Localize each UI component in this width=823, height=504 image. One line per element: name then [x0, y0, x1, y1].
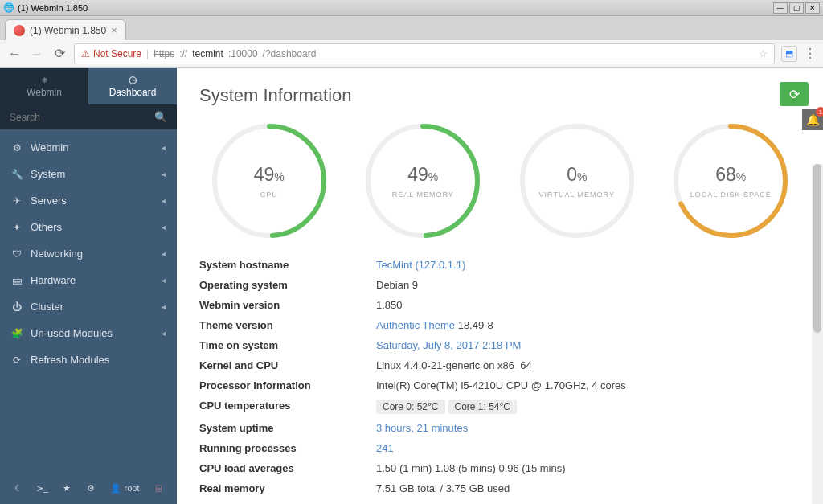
os-window-title: (1) Webmin 1.850 [18, 3, 88, 13]
sidebar-item-icon: ✈ [11, 195, 23, 207]
sidebar-item-networking[interactable]: 🛡Networking◂ [0, 240, 177, 267]
sidebar-item-label: Servers [31, 195, 67, 207]
sidebar-item-icon: 🖴 [11, 275, 23, 286]
chevron-left-icon: ◂ [162, 143, 166, 152]
settings-button[interactable]: ⚙ [81, 480, 100, 496]
night-mode-button[interactable]: ☾ [9, 480, 28, 496]
favicon-icon [14, 25, 25, 36]
sidebar-item-label: Others [31, 221, 62, 233]
sidebar-tab-webmin-label: Webmin [27, 87, 62, 98]
gauge-label: REAL MEMORY [392, 191, 454, 199]
nav-back-button[interactable]: ← [6, 47, 23, 61]
tab-close-icon[interactable]: × [111, 24, 117, 36]
url-host: tecmint [192, 48, 223, 59]
info-value[interactable]: 241 [376, 442, 800, 454]
os-app-icon: 🌐 [3, 2, 14, 13]
gauge-label: CPU [260, 191, 278, 199]
info-key: System hostname [199, 259, 376, 271]
user-label: root [125, 483, 140, 493]
sidebar-item-icon: ✦ [11, 222, 23, 233]
sidebar-item-label: Webmin [31, 141, 68, 154]
info-key: Running processes [199, 442, 376, 454]
logout-button[interactable]: ⍈ [149, 480, 168, 496]
info-value[interactable]: Authentic Theme 18.49-8 [376, 319, 800, 331]
info-value[interactable]: Saturday, July 8, 2017 2:18 PM [376, 339, 800, 351]
star-icon[interactable]: ☆ [759, 48, 768, 59]
terminal-button[interactable]: ≻_ [33, 480, 52, 496]
sidebar-item-cluster[interactable]: ⏻Cluster◂ [0, 293, 177, 320]
browser-tab-title: (1) Webmin 1.850 [30, 25, 106, 36]
address-bar[interactable]: ⚠ Not Secure | https :// tecmint :10000 … [74, 43, 775, 64]
os-close-button[interactable]: ✕ [805, 2, 820, 14]
sidebar-item-system[interactable]: 🔧System◂ [0, 161, 177, 187]
chevron-left-icon: ◂ [162, 223, 166, 232]
security-warning: ⚠ Not Secure [81, 48, 141, 59]
sidebar-item-label: Networking [31, 248, 83, 260]
system-info-table: System hostnameTecMint (127.0.1.1)Operat… [199, 259, 800, 504]
gauge-row: 49%CPU49%REAL MEMORY0%VIRTUAL MEMORY68%L… [199, 121, 800, 241]
sidebar-item-label: Cluster [31, 301, 63, 313]
chevron-left-icon: ◂ [162, 196, 166, 205]
info-value[interactable]: TecMint (127.0.1.1) [376, 259, 800, 271]
gauge-cpu: 49%CPU [199, 121, 339, 241]
sidebar-tab-dashboard[interactable]: ◷ Dashboard [88, 68, 177, 104]
refresh-button[interactable]: ⟳ [780, 82, 809, 106]
search-input[interactable] [10, 112, 154, 123]
info-value: Linux 4.4.0-21-generic on x86_64 [376, 359, 800, 371]
browser-tab-active[interactable]: (1) Webmin 1.850 × [5, 19, 126, 40]
scrollbar-vertical[interactable] [812, 164, 823, 504]
sidebar-search[interactable]: 🔍 [0, 104, 177, 129]
sidebar-item-others[interactable]: ✦Others◂ [0, 214, 177, 240]
temperature-chip: Core 1: 54°C [448, 400, 518, 414]
sidebar-item-webmin[interactable]: ⚙Webmin◂ [0, 134, 177, 161]
gauge-value: 49% [407, 164, 438, 186]
warning-icon: ⚠ [81, 48, 90, 59]
sidebar-item-icon: ⚙ [11, 142, 23, 154]
sidebar-tab-dashboard-label: Dashboard [109, 87, 157, 98]
sidebar-item-hardware[interactable]: 🖴Hardware◂ [0, 267, 177, 293]
info-value: 1.50 (1 min) 1.08 (5 mins) 0.96 (15 mins… [376, 462, 800, 474]
chevron-left-icon: ◂ [162, 249, 166, 258]
sidebar-item-icon: 🔧 [11, 169, 23, 180]
chevron-left-icon: ◂ [162, 170, 166, 178]
sidebar-item-refresh-modules[interactable]: ⟳Refresh Modules [0, 346, 177, 373]
os-minimize-button[interactable]: — [773, 2, 788, 14]
page-title: System Information [199, 85, 800, 106]
url-protocol: https [154, 48, 174, 59]
favorites-button[interactable]: ★ [57, 480, 76, 496]
sidebar-item-un-used-modules[interactable]: 🧩Un-used Modules◂ [0, 320, 177, 346]
info-key: Real memory [199, 482, 376, 494]
info-key: CPU load averages [199, 462, 376, 474]
info-value: 7.51 GB total / 3.75 GB used [376, 482, 800, 494]
info-value[interactable]: 3 hours, 21 minutes [376, 422, 800, 434]
browser-extension-button[interactable]: ⬒ [781, 46, 797, 62]
info-key: Kernel and CPU [199, 359, 376, 371]
info-value: Debian 9 [376, 279, 800, 291]
webmin-icon: ⎈ [42, 74, 47, 85]
sidebar-item-label: Hardware [31, 274, 76, 286]
gauge-virtual-memory: 0%VIRTUAL MEMORY [507, 121, 647, 241]
info-key: System uptime [199, 422, 376, 434]
sidebar-item-icon: ⟳ [11, 354, 23, 366]
search-icon[interactable]: 🔍 [154, 111, 167, 123]
sidebar-tab-webmin[interactable]: ⎈ Webmin [0, 68, 88, 104]
sidebar-nav-list: ⚙Webmin◂🔧System◂✈Servers◂✦Others◂🛡Networ… [0, 129, 177, 373]
refresh-icon: ⟳ [789, 87, 800, 102]
url-path: /?dashboard [263, 48, 317, 59]
sidebar-bottom-tools: ☾ ≻_ ★ ⚙ 👤 root ⍈ [0, 472, 177, 504]
nav-reload-button[interactable]: ⟳ [51, 46, 68, 61]
sidebar: ⎈ Webmin ◷ Dashboard 🔍 ⚙Webmin◂🔧System◂✈… [0, 68, 177, 504]
browser-menu-button[interactable]: ⋮ [804, 46, 817, 61]
chevron-left-icon: ◂ [162, 329, 166, 338]
nav-forward-button[interactable]: → [29, 47, 45, 61]
chevron-left-icon: ◂ [162, 276, 166, 285]
sidebar-item-servers[interactable]: ✈Servers◂ [0, 187, 177, 214]
notifications-button[interactable]: 🔔 1 [802, 109, 823, 130]
os-maximize-button[interactable]: ▢ [789, 2, 804, 14]
notification-count: 1 [816, 107, 823, 117]
app-root: ⎈ Webmin ◷ Dashboard 🔍 ⚙Webmin◂🔧System◂✈… [0, 68, 823, 504]
scrollbar-thumb[interactable] [813, 164, 821, 333]
user-button[interactable]: 👤 root [105, 480, 145, 496]
browser-tab-strip: (1) Webmin 1.850 × [0, 16, 823, 40]
sidebar-item-icon: 🧩 [11, 328, 23, 339]
